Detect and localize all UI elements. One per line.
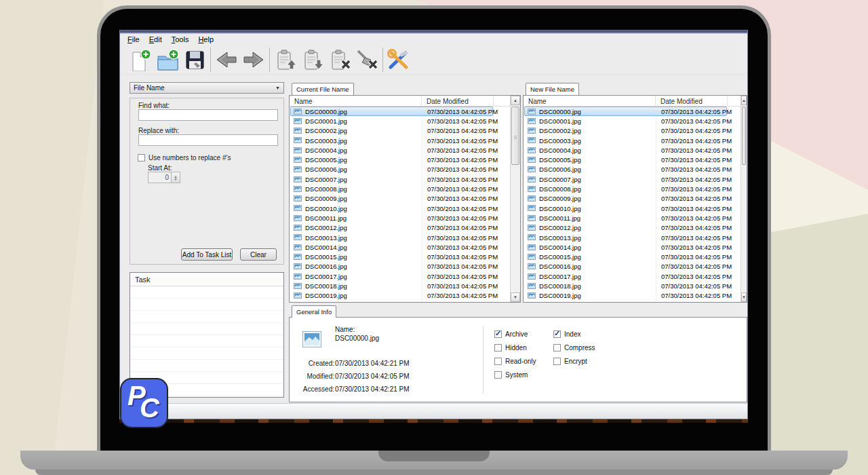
scroll-up-icon[interactable]: ▲ bbox=[511, 96, 520, 105]
tab-new-file-name[interactable]: New File Name bbox=[526, 83, 579, 95]
file-row[interactable]: DSC00019.jpg 07/30/2013 04:42:05 PM bbox=[524, 291, 741, 301]
move-down-task-button[interactable] bbox=[299, 47, 326, 73]
options-button[interactable] bbox=[385, 47, 412, 73]
attribute-checkbox[interactable] bbox=[494, 330, 502, 338]
file-row[interactable]: DSC00008.jpg 07/30/2013 04:42:05 PM bbox=[524, 184, 741, 193]
file-row[interactable]: DSC00006.jpg 07/30/2013 04:42:05 PM bbox=[290, 165, 510, 174]
column-header-name[interactable]: Name bbox=[290, 96, 422, 107]
menu-item[interactable]: Edit bbox=[149, 35, 162, 43]
add-files-icon bbox=[128, 48, 153, 71]
file-row[interactable]: DSC00004.jpg 07/30/2013 04:42:05 PM bbox=[290, 145, 510, 155]
column-header-name[interactable]: Name bbox=[524, 96, 656, 107]
file-row[interactable]: DSC00005.jpg 07/30/2013 04:42:05 PM bbox=[524, 155, 741, 164]
find-what-input[interactable] bbox=[138, 109, 278, 121]
add-folder-button[interactable] bbox=[154, 47, 181, 73]
tab-general-info[interactable]: General Info bbox=[292, 305, 336, 318]
image-file-icon bbox=[294, 273, 302, 280]
file-row[interactable]: DSC00005.jpg 07/30/2013 04:42:05 PM bbox=[290, 155, 510, 164]
image-file-icon bbox=[294, 244, 302, 250]
image-file-icon bbox=[294, 283, 302, 289]
file-row[interactable]: DSC00015.jpg 07/30/2013 04:42:05 PM bbox=[524, 252, 741, 261]
file-row[interactable]: DSC00001.jpg 07/30/2013 04:42:05 PM bbox=[290, 116, 510, 126]
menu-item[interactable]: Tools bbox=[172, 35, 189, 43]
file-row[interactable]: DSC00013.jpg 07/30/2013 04:42:05 PM bbox=[524, 233, 741, 242]
new-list-scrollbar[interactable]: ▲ ▼ bbox=[741, 96, 747, 302]
file-row[interactable]: DSC00018.jpg 07/30/2013 04:42:05 PM bbox=[524, 281, 741, 290]
file-name: DSC00018.jpg bbox=[539, 281, 581, 290]
replace-with-input[interactable] bbox=[138, 134, 278, 146]
add-to-task-list-button[interactable]: Add To Task List bbox=[181, 248, 233, 261]
file-row[interactable]: DSC00010.jpg 07/30/2013 04:42:05 PM bbox=[290, 204, 510, 213]
file-name: DSC00011.jpg bbox=[305, 213, 347, 223]
clear-button[interactable]: Clear bbox=[240, 248, 277, 261]
file-date-modified: 07/30/2013 04:42:05 PM bbox=[661, 174, 732, 184]
scrollbar-thumb[interactable] bbox=[511, 107, 519, 165]
current-list-scrollbar[interactable]: ▲ ▼ bbox=[510, 96, 520, 302]
file-row[interactable]: DSC00003.jpg 07/30/2013 04:42:05 PM bbox=[524, 136, 741, 145]
menu-item[interactable]: Help bbox=[198, 35, 214, 43]
file-row[interactable]: DSC00006.jpg 07/30/2013 04:42:05 PM bbox=[524, 165, 741, 174]
file-row[interactable]: DSC00012.jpg 07/30/2013 04:42:05 PM bbox=[524, 223, 741, 233]
tab-current-file-name[interactable]: Current File Name bbox=[292, 83, 354, 95]
file-row[interactable]: DSC00002.jpg 07/30/2013 04:42:05 PM bbox=[290, 126, 510, 136]
file-name: DSC00003.jpg bbox=[305, 136, 347, 145]
file-row[interactable]: DSC00018.jpg 07/30/2013 04:42:05 PM bbox=[290, 281, 510, 290]
file-name: DSC00004.jpg bbox=[305, 145, 347, 155]
file-row[interactable]: DSC00011.jpg 07/30/2013 04:42:05 PM bbox=[290, 213, 510, 223]
name-value: DSC00000.jpg bbox=[335, 335, 379, 342]
attribute-checkbox[interactable] bbox=[553, 330, 561, 338]
task-header-label: Task bbox=[135, 276, 151, 284]
save-button[interactable] bbox=[181, 47, 208, 73]
scroll-down-icon[interactable]: ▼ bbox=[741, 292, 747, 302]
use-numbers-checkbox[interactable] bbox=[138, 154, 145, 162]
file-row[interactable]: DSC00017.jpg 07/30/2013 04:42:05 PM bbox=[524, 271, 741, 281]
file-row[interactable]: DSC00011.jpg 07/30/2013 04:42:05 PM bbox=[524, 213, 741, 223]
column-header-date-modified[interactable]: Date Modified bbox=[422, 96, 494, 107]
file-row[interactable]: DSC00009.jpg 07/30/2013 04:42:05 PM bbox=[524, 194, 741, 204]
file-row[interactable]: DSC00015.jpg 07/30/2013 04:42:05 PM bbox=[290, 252, 510, 261]
attribute-checkbox[interactable] bbox=[494, 358, 502, 365]
file-row[interactable]: DSC00014.jpg 07/30/2013 04:42:05 PM bbox=[524, 242, 741, 252]
image-file-icon bbox=[528, 137, 536, 143]
attribute-checkbox[interactable] bbox=[553, 344, 561, 352]
column-header-date-modified[interactable]: Date Modified bbox=[656, 96, 728, 107]
file-row[interactable]: DSC00001.jpg 07/30/2013 04:42:05 PM bbox=[524, 116, 741, 126]
file-row[interactable]: DSC00016.jpg 07/30/2013 04:42:05 PM bbox=[524, 262, 741, 271]
scroll-down-icon[interactable]: ▼ bbox=[511, 292, 520, 302]
attribute-checkbox[interactable] bbox=[494, 344, 502, 352]
attribute-checkbox[interactable] bbox=[553, 358, 561, 365]
file-row[interactable]: DSC00000.jpg 07/30/2013 04:42:05 PM bbox=[290, 107, 510, 116]
rename-mode-dropdown[interactable]: File Name ▼ bbox=[130, 82, 284, 94]
move-up-task-button[interactable] bbox=[272, 47, 299, 73]
file-row[interactable]: DSC00014.jpg 07/30/2013 04:42:05 PM bbox=[290, 242, 510, 252]
file-row[interactable]: DSC00016.jpg 07/30/2013 04:42:05 PM bbox=[290, 262, 510, 271]
find-what-label: Find what: bbox=[138, 102, 170, 109]
menu-item[interactable]: File bbox=[127, 35, 140, 43]
back-button[interactable] bbox=[213, 47, 240, 73]
file-row[interactable]: DSC00013.jpg 07/30/2013 04:42:05 PM bbox=[290, 233, 510, 242]
file-row[interactable]: DSC00000.jpg 07/30/2013 04:42:05 PM bbox=[524, 107, 741, 116]
scroll-up-icon[interactable]: ▲ bbox=[741, 96, 747, 105]
file-row[interactable]: DSC00003.jpg 07/30/2013 04:42:05 PM bbox=[290, 136, 510, 145]
replace-with-label: Replace with: bbox=[138, 127, 179, 134]
file-row[interactable]: DSC00004.jpg 07/30/2013 04:42:05 PM bbox=[524, 145, 741, 155]
add-files-button[interactable] bbox=[127, 47, 154, 73]
clean-task-list-button[interactable] bbox=[353, 47, 380, 73]
file-row[interactable]: DSC00008.jpg 07/30/2013 04:42:05 PM bbox=[290, 184, 510, 193]
forward-button[interactable] bbox=[240, 47, 267, 73]
current-list-header: Name Date Modified bbox=[290, 96, 520, 107]
spinner-up-down-buttons[interactable]: ▲ ▼ bbox=[172, 172, 180, 183]
file-row[interactable]: DSC00007.jpg 07/30/2013 04:42:05 PM bbox=[524, 174, 741, 184]
file-row[interactable]: DSC00002.jpg 07/30/2013 04:42:05 PM bbox=[524, 126, 741, 136]
file-row[interactable]: DSC00012.jpg 07/30/2013 04:42:05 PM bbox=[290, 223, 510, 233]
file-name: DSC00004.jpg bbox=[539, 145, 581, 155]
start-at-input[interactable] bbox=[148, 172, 172, 183]
file-row[interactable]: DSC00009.jpg 07/30/2013 04:42:05 PM bbox=[290, 194, 510, 204]
file-row[interactable]: DSC00007.jpg 07/30/2013 04:42:05 PM bbox=[290, 174, 510, 184]
file-row[interactable]: DSC00010.jpg 07/30/2013 04:42:05 PM bbox=[524, 204, 741, 213]
file-row[interactable]: DSC00017.jpg 07/30/2013 04:42:05 PM bbox=[290, 271, 510, 281]
scrollbar-thumb[interactable] bbox=[742, 107, 746, 165]
file-row[interactable]: DSC00019.jpg 07/30/2013 04:42:05 PM bbox=[290, 291, 510, 301]
remove-task-button[interactable] bbox=[326, 47, 353, 73]
attribute-checkbox[interactable] bbox=[494, 371, 502, 379]
